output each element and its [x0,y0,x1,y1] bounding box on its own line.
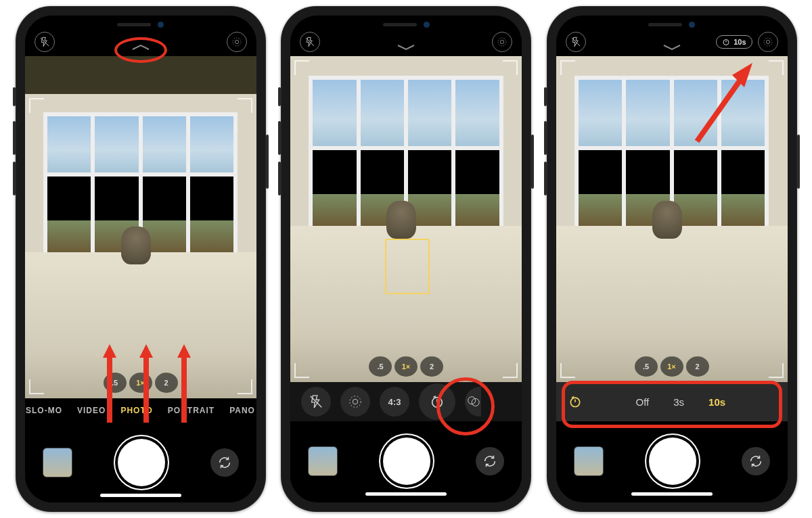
drawer-filters-button[interactable] [465,387,481,417]
svg-point-18 [764,38,772,46]
camera-viewfinder[interactable]: .5 1× 2 [556,56,788,382]
svg-point-10 [353,399,357,404]
camera-screen: 10s .5 1× 2 O [556,16,788,502]
camera-viewfinder[interactable]: .5 1× 2 [25,94,256,398]
flash-off-icon [304,37,315,47]
flip-camera-icon [482,454,497,469]
svg-point-19 [570,398,579,406]
live-photo-icon [497,37,508,47]
svg-point-7 [500,40,503,43]
timer-icon [722,38,730,46]
photo-library-thumbnail[interactable] [574,446,604,476]
live-photo-toggle[interactable] [758,32,778,52]
zoom-switcher[interactable]: .5 1× 2 [635,356,709,377]
shutter-button[interactable] [118,439,165,486]
camera-bottom-bar [25,423,256,502]
flash-off-icon [570,37,581,47]
svg-point-2 [233,38,241,46]
live-photo-toggle[interactable] [492,32,512,52]
collapsed-drawer-strip [25,56,256,94]
flash-off-icon [309,394,323,409]
zoom-0-5x[interactable]: .5 [635,356,658,377]
timer-options-panel: Off 3s 10s [556,382,788,421]
phone-step-3: 10s .5 1× 2 O [547,6,797,512]
device-notch [614,16,729,33]
svg-point-17 [766,40,769,43]
zoom-1x[interactable]: 1× [394,356,418,377]
chevron-down-icon [662,44,681,51]
timer-option-3s[interactable]: 3s [673,396,684,408]
device-notch [348,16,464,33]
mode-photo[interactable]: PHOTO [120,406,152,415]
drawer-live-photo-button[interactable] [340,387,370,417]
timer-panel-icon [568,395,582,408]
live-photo-icon [348,394,363,409]
switch-camera-button[interactable] [210,448,239,477]
svg-point-1 [235,40,238,43]
live-photo-icon [231,37,242,47]
subject [386,201,416,239]
zoom-1x[interactable]: 1× [660,356,683,377]
phone-step-2: .5 1× 2 4:3 [281,6,531,512]
drawer-flash-button[interactable] [301,387,331,417]
timer-option-10s[interactable]: 10s [708,396,725,408]
camera-bottom-bar [556,421,788,501]
drawer-chevron-toggle[interactable] [662,44,681,51]
svg-point-8 [498,38,506,46]
zoom-2x[interactable]: 2 [155,373,178,393]
camera-viewfinder[interactable]: .5 1× 2 [290,56,522,382]
switch-camera-button[interactable] [476,447,504,475]
zoom-switcher[interactable]: .5 1× 2 [104,373,178,393]
zoom-2x[interactable]: 2 [420,356,443,377]
zoom-0-5x[interactable]: .5 [104,373,127,393]
home-indicator[interactable] [100,494,181,497]
camera-screen: .5 1× 2 SLO-MO VIDEO PHOTO PORTRAIT PANO [25,16,256,502]
mode-video[interactable]: VIDEO [77,406,106,415]
home-indicator[interactable] [631,492,713,496]
zoom-1x[interactable]: 1× [129,373,152,393]
mode-switcher[interactable]: SLO-MO VIDEO PHOTO PORTRAIT PANO [25,398,256,423]
timer-status-badge[interactable]: 10s [716,35,752,49]
drawer-chevron-toggle[interactable] [131,44,150,51]
zoom-switcher[interactable]: .5 1× 2 [369,356,443,377]
flash-off-icon [39,37,50,47]
shutter-button[interactable] [383,438,430,485]
focus-indicator [385,239,430,294]
phone-step-1: .5 1× 2 SLO-MO VIDEO PHOTO PORTRAIT PANO [16,6,266,512]
live-photo-icon [763,37,773,47]
timer-status-label: 10s [734,38,746,46]
camera-tool-drawer: 4:3 [290,382,522,421]
mode-slomo[interactable]: SLO-MO [26,406,62,415]
filters-icon [466,394,480,409]
camera-screen: .5 1× 2 4:3 [290,16,522,502]
drawer-timer-button[interactable] [419,383,455,420]
flash-toggle[interactable] [566,32,586,52]
mode-pano[interactable]: PANO [229,406,255,415]
svg-point-11 [350,396,361,408]
drawer-aspect-button[interactable]: 4:3 [380,387,409,417]
flash-toggle[interactable] [300,32,320,52]
drawer-chevron-toggle[interactable] [397,44,415,51]
photo-library-thumbnail[interactable] [308,446,338,476]
live-photo-toggle[interactable] [227,32,247,52]
flash-toggle[interactable] [35,32,55,52]
timer-icon [430,394,445,409]
zoom-0-5x[interactable]: .5 [369,356,392,377]
camera-bottom-bar [290,421,522,501]
timer-icon [568,395,582,408]
home-indicator[interactable] [365,492,447,496]
chevron-up-icon [131,44,150,51]
device-notch [83,16,198,33]
mode-portrait[interactable]: PORTRAIT [168,406,215,415]
subject [652,201,682,239]
timer-option-off[interactable]: Off [636,396,650,408]
flip-camera-icon [217,455,232,470]
switch-camera-button[interactable] [742,447,770,475]
subject [121,227,151,264]
flip-camera-icon [748,454,763,469]
shutter-button[interactable] [649,438,696,485]
chevron-down-icon [397,44,415,51]
photo-library-thumbnail[interactable] [43,448,72,477]
zoom-2x[interactable]: 2 [686,356,709,377]
